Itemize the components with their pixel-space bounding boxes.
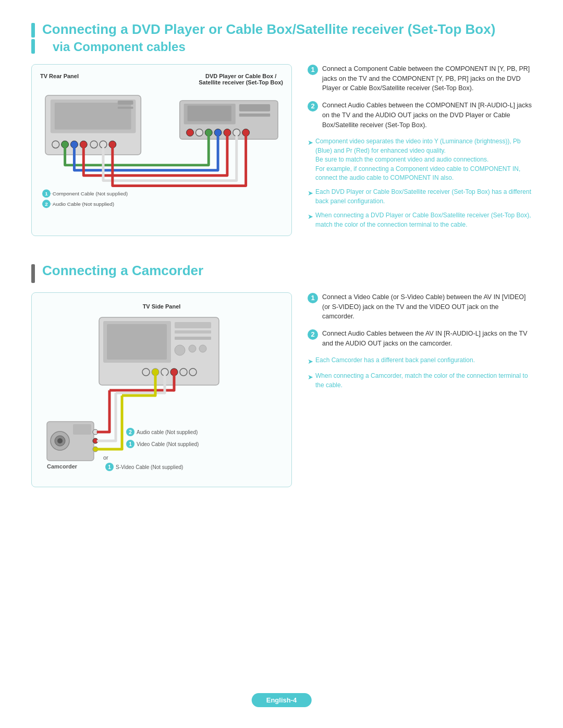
section2-header: Connecting a Camcorder	[31, 262, 532, 283]
svg-rect-22	[239, 104, 270, 112]
diagram1-svg: 1 Component Cable (Not supplied) 2 Audio…	[40, 90, 283, 225]
section2-step1: 1 Connect a Video Cable (or S-Video Cabl…	[308, 292, 532, 322]
cam-note1-text: Each Camcorder has a different back pane…	[315, 356, 475, 365]
section1-note3: ➤ When connecting a DVD Player or Cable …	[308, 211, 532, 229]
step1-num: 1	[308, 293, 318, 303]
section1: Connecting a DVD Player or Cable Box/Sat…	[31, 21, 532, 236]
svg-rect-49	[107, 324, 167, 360]
section1-instructions: 1 Connect a Component Cable between the …	[308, 64, 532, 236]
section2-step2: 2 Connect Audio Cables between the AV IN…	[308, 329, 532, 349]
cam-note1-arrow: ➤	[308, 356, 313, 367]
svg-text:or: or	[103, 454, 108, 461]
svg-point-15	[187, 129, 194, 136]
svg-rect-10	[118, 101, 133, 105]
svg-point-65	[57, 438, 63, 443]
step1-number: 1	[308, 65, 318, 75]
section2: Connecting a Camcorder TV Side Panel	[31, 262, 532, 487]
svg-rect-11	[118, 107, 133, 109]
step2-text: Connect Audio Cables between the COMPONE…	[322, 101, 532, 130]
step2-number: 2	[308, 101, 318, 112]
section2-instructions: 1 Connect a Video Cable (or S-Video Cabl…	[308, 292, 532, 487]
section1-title-line2: via Component cables	[42, 39, 495, 55]
svg-rect-60	[189, 345, 196, 352]
section2-note2: ➤ When connecting a Camcorder, match the…	[308, 372, 532, 390]
svg-rect-59	[175, 345, 185, 355]
svg-rect-66	[73, 424, 91, 435]
note2-text: Each DVD Player or Cable Box/Satellite r…	[315, 188, 532, 206]
svg-text:Component Cable (Not supplied): Component Cable (Not supplied)	[53, 191, 128, 196]
step2-txt: Connect Audio Cables between the AV IN […	[322, 329, 532, 349]
section1-step2: 2 Connect Audio Cables between the COMPO…	[308, 101, 532, 130]
section2-note1: ➤ Each Camcorder has a different back pa…	[308, 356, 532, 367]
section2-diagram: TV Side Panel	[31, 292, 292, 487]
section2-title: Connecting a Camcorder	[42, 262, 203, 280]
svg-text:1: 1	[108, 464, 111, 470]
svg-text:Camcorder: Camcorder	[47, 463, 78, 470]
diagram2-svg: Camcorder 2 Audio cable (No	[40, 315, 283, 476]
svg-text:2: 2	[129, 429, 132, 435]
note1-arrow: ➤	[308, 138, 313, 148]
section1-title-line1: Connecting a DVD Player or Cable Box/Sat…	[42, 21, 495, 39]
tv-rear-panel-label: TV Rear Panel	[40, 73, 79, 85]
svg-rect-2	[55, 103, 131, 130]
svg-text:S-Video Cable (Not supplied): S-Video Cable (Not supplied)	[116, 464, 183, 470]
svg-rect-56	[175, 322, 211, 328]
svg-rect-57	[175, 330, 211, 334]
footer-badge: English-4	[252, 693, 312, 707]
note3-arrow: ➤	[308, 212, 313, 222]
step1-text: Connect a Component Cable between the CO…	[322, 64, 532, 93]
diagram1-labels: TV Rear Panel DVD Player or Cable Box / …	[40, 73, 283, 85]
dvd-label1: DVD Player or Cable Box /	[199, 73, 283, 79]
svg-point-16	[195, 129, 203, 136]
note1-text: Component video separates the video into…	[315, 137, 532, 182]
cam-note2-text: When connecting a Camcorder, match the c…	[315, 372, 532, 390]
cam-note2-arrow: ➤	[308, 372, 313, 382]
svg-text:1: 1	[45, 191, 48, 196]
dvd-label2: Satellite receiver (Set-Top Box)	[199, 79, 283, 85]
note2-arrow: ➤	[308, 188, 313, 199]
section1-note2: ➤ Each DVD Player or Cable Box/Satellite…	[308, 188, 532, 206]
svg-text:Video Cable (Not supplied): Video Cable (Not supplied)	[137, 441, 199, 447]
tv-side-panel-label: TV Side Panel	[143, 303, 181, 310]
svg-rect-14	[188, 106, 231, 121]
section1-body: TV Rear Panel DVD Player or Cable Box / …	[31, 64, 532, 236]
step2-num: 2	[308, 329, 318, 340]
svg-rect-23	[239, 114, 270, 117]
svg-rect-61	[199, 345, 206, 352]
step1-txt: Connect a Video Cable (or S-Video Cable)…	[322, 292, 532, 322]
section2-body: TV Side Panel	[31, 292, 532, 487]
section1-diagram: TV Rear Panel DVD Player or Cable Box / …	[31, 64, 292, 236]
section1-header: Connecting a DVD Player or Cable Box/Sat…	[31, 21, 532, 55]
section1-note1: ➤ Component video separates the video in…	[308, 137, 532, 182]
svg-text:1: 1	[129, 441, 132, 447]
svg-text:Audio cable (Not supplied): Audio cable (Not supplied)	[137, 429, 198, 435]
svg-text:Audio Cable (Not supplied): Audio Cable (Not supplied)	[53, 201, 114, 207]
svg-text:2: 2	[45, 201, 48, 207]
svg-rect-58	[175, 337, 211, 340]
section1-step1: 1 Connect a Component Cable between the …	[308, 64, 532, 93]
note3-text: When connecting a DVD Player or Cable Bo…	[315, 211, 532, 229]
